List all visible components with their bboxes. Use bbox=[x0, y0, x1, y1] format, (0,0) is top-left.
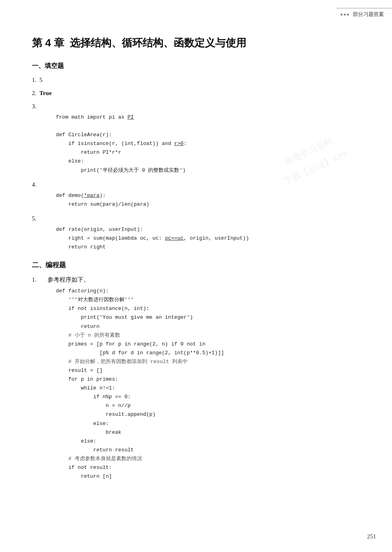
chapter-num: 第 4 章 bbox=[32, 37, 64, 49]
section1-title: 一、填空题 bbox=[32, 62, 360, 70]
q5-code: def rate(origin, userInput): right = sum… bbox=[56, 225, 360, 252]
q4-num: 4. bbox=[32, 181, 360, 188]
q1-answer: 5 bbox=[40, 77, 43, 83]
question-3: 3. from math import pi as PI def CircleA… bbox=[32, 103, 360, 175]
q3-code: from math import pi as PI def CircleArea… bbox=[56, 113, 360, 175]
prog-q1-code: def factoring(n): '''对大数进行因数分解''' if not… bbox=[56, 287, 360, 481]
chapter-subtitle: 选择结构、循环结构、函数定义与使用 bbox=[70, 37, 246, 49]
top-bar: 部分习题答案 bbox=[337, 8, 392, 20]
dot1 bbox=[341, 14, 343, 16]
question-5: 5. def rate(origin, userInput): right = … bbox=[32, 215, 360, 252]
dot2 bbox=[344, 14, 346, 16]
section1: 一、填空题 1. 5 2. True 3. from math import p… bbox=[32, 62, 360, 252]
chapter-title: 第 4 章 选择结构、循环结构、函数定义与使用 bbox=[32, 36, 360, 50]
page-number: 251 bbox=[367, 533, 376, 540]
dot3 bbox=[347, 14, 349, 16]
top-bar-dots bbox=[341, 14, 349, 16]
q2-num: 2. True bbox=[32, 90, 360, 97]
q3-num: 3. bbox=[32, 103, 360, 110]
question-2: 2. True bbox=[32, 90, 360, 97]
top-bar-title: 部分习题答案 bbox=[353, 11, 384, 18]
page: 部分习题答案 免费学习资料 下载【必须】APP 第 4 章 选择结构、循环结构、… bbox=[0, 0, 392, 552]
question-4: 4. def demo(*para): return sum(para)/len… bbox=[32, 181, 360, 209]
q2-answer: True bbox=[40, 90, 52, 96]
prog-question-1: 1. 参考程序如下。 def factoring(n): '''对大数进行因数分… bbox=[32, 276, 360, 481]
section2: 二、编程题 1. 参考程序如下。 def factoring(n): '''对大… bbox=[32, 260, 360, 481]
q1-num: 1. 5 bbox=[32, 77, 360, 83]
question-1: 1. 5 bbox=[32, 77, 360, 83]
q4-code: def demo(*para): return sum(para)/len(pa… bbox=[56, 191, 360, 209]
q5-num: 5. bbox=[32, 215, 360, 222]
prog-q1-intro: 参考程序如下。 bbox=[48, 276, 89, 283]
prog-q1-num: 1. 参考程序如下。 bbox=[32, 276, 360, 284]
section2-title: 二、编程题 bbox=[32, 260, 360, 270]
